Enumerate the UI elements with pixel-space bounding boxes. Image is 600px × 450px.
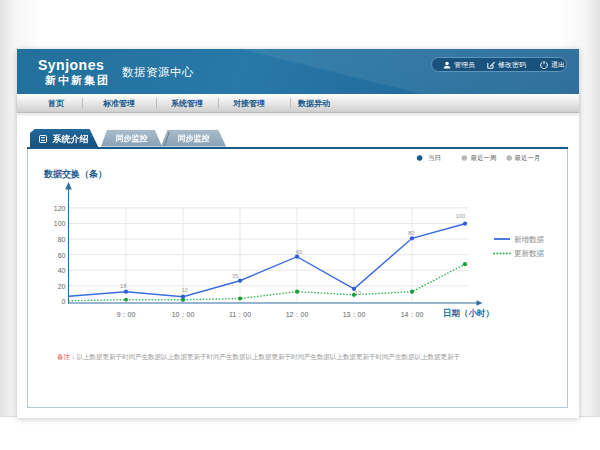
svg-text:60: 60 bbox=[58, 252, 66, 259]
svg-text:40: 40 bbox=[58, 267, 66, 274]
svg-text:13：00: 13：00 bbox=[343, 311, 366, 318]
svg-text:60: 60 bbox=[296, 249, 302, 255]
svg-text:新增数据: 新增数据 bbox=[514, 235, 545, 244]
svg-text:11：00: 11：00 bbox=[229, 311, 251, 318]
svg-text:35: 35 bbox=[232, 273, 238, 279]
svg-text:10: 10 bbox=[355, 290, 361, 296]
svg-text:最近一月: 最近一月 bbox=[515, 154, 541, 162]
svg-text:当日: 当日 bbox=[428, 154, 441, 161]
svg-text:最近一周: 最近一周 bbox=[471, 154, 497, 161]
svg-text:80: 80 bbox=[408, 230, 414, 236]
svg-text:10: 10 bbox=[182, 287, 188, 293]
svg-text:0: 0 bbox=[62, 298, 66, 305]
svg-text:20: 20 bbox=[58, 283, 66, 290]
svg-text:14：00: 14：00 bbox=[401, 311, 424, 318]
svg-text:120: 120 bbox=[54, 205, 66, 212]
svg-text:80: 80 bbox=[58, 236, 66, 243]
svg-text:日期（小时）: 日期（小时） bbox=[443, 308, 494, 318]
svg-text:18: 18 bbox=[120, 283, 126, 289]
svg-text:更新数据: 更新数据 bbox=[514, 249, 545, 258]
svg-text:12：00: 12：00 bbox=[286, 311, 309, 318]
svg-text:10：00: 10：00 bbox=[172, 311, 195, 318]
svg-text:100: 100 bbox=[54, 220, 66, 227]
svg-text:数据交换（条）: 数据交换（条） bbox=[43, 169, 107, 179]
svg-text:100: 100 bbox=[456, 213, 466, 219]
svg-text:9：00: 9：00 bbox=[117, 311, 136, 318]
